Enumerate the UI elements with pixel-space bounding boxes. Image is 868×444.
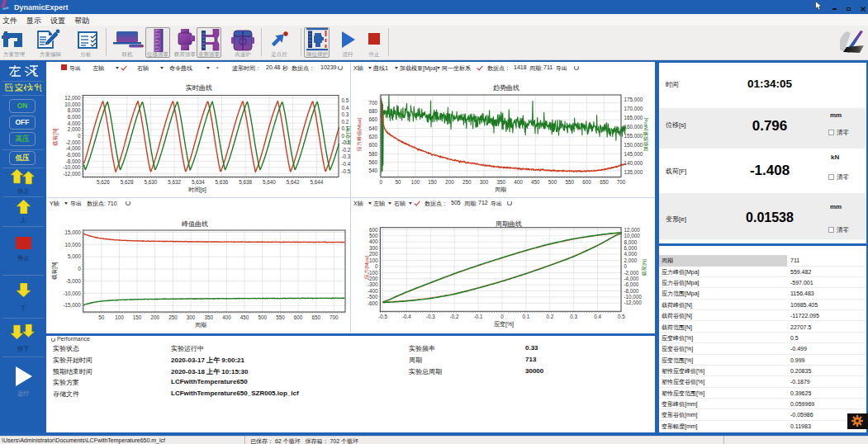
svg-text:135,000: 135,000 bbox=[624, 169, 643, 175]
svg-text:540: 540 bbox=[368, 168, 377, 173]
svg-text:170,000: 170,000 bbox=[624, 106, 643, 111]
svg-text:应变[%]: 应变[%] bbox=[345, 126, 352, 145]
svg-text:加载模量[MPa]: 加载模量[MPa] bbox=[643, 117, 648, 151]
svg-text:100: 100 bbox=[411, 179, 420, 185]
svg-text:0.3: 0.3 bbox=[570, 314, 577, 319]
svg-text:350: 350 bbox=[204, 314, 213, 320]
svg-text:峰值曲线: 峰值曲线 bbox=[182, 220, 208, 228]
svg-text:0: 0 bbox=[380, 179, 383, 185]
svg-text:-0.2: -0.2 bbox=[450, 314, 459, 319]
svg-text:250: 250 bbox=[462, 179, 472, 185]
svg-text:5,000: 5,000 bbox=[68, 253, 81, 259]
svg-text:-10,000: -10,000 bbox=[624, 294, 643, 300]
svg-text:350: 350 bbox=[496, 179, 505, 185]
svg-text:-0.3: -0.3 bbox=[342, 154, 351, 159]
svg-text:400: 400 bbox=[222, 314, 231, 320]
svg-text:175,000: 175,000 bbox=[624, 97, 643, 102]
svg-text:155,000: 155,000 bbox=[624, 133, 643, 139]
svg-text:5,636: 5,636 bbox=[216, 179, 229, 185]
svg-text:100: 100 bbox=[115, 314, 124, 320]
svg-text:160,000: 160,000 bbox=[624, 124, 643, 130]
svg-text:100: 100 bbox=[369, 257, 378, 263]
svg-text:650: 650 bbox=[600, 179, 609, 185]
svg-text:-0.5: -0.5 bbox=[378, 314, 387, 319]
svg-text:150,000: 150,000 bbox=[624, 142, 643, 148]
svg-text:5,634: 5,634 bbox=[192, 179, 205, 185]
svg-text:周期: 周期 bbox=[195, 322, 206, 328]
svg-text:载荷[N]: 载荷[N] bbox=[52, 128, 59, 147]
svg-text:580: 580 bbox=[368, 151, 377, 157]
svg-text:2,000: 2,000 bbox=[68, 126, 81, 132]
svg-text:12,000: 12,000 bbox=[64, 95, 81, 101]
svg-text:-500: -500 bbox=[368, 294, 378, 300]
svg-text:10,000: 10,000 bbox=[624, 233, 641, 239]
svg-text:-5,000: -5,000 bbox=[66, 278, 81, 284]
svg-text:0: 0 bbox=[500, 314, 504, 319]
svg-text:-6,000: -6,000 bbox=[66, 152, 81, 158]
svg-text:-12,000: -12,000 bbox=[624, 300, 643, 305]
svg-text:620: 620 bbox=[368, 134, 377, 139]
svg-text:-15,000: -15,000 bbox=[63, 302, 81, 308]
svg-text:400: 400 bbox=[514, 179, 523, 185]
svg-text:300: 300 bbox=[480, 179, 489, 185]
svg-text:-600: -600 bbox=[368, 300, 378, 306]
svg-text:4,000: 4,000 bbox=[68, 120, 81, 126]
svg-text:400: 400 bbox=[369, 239, 378, 244]
svg-text:300: 300 bbox=[369, 245, 378, 251]
svg-text:-0.3: -0.3 bbox=[426, 314, 435, 319]
svg-text:12,000: 12,000 bbox=[624, 227, 641, 233]
svg-text:550: 550 bbox=[276, 314, 285, 320]
svg-text:-8,000: -8,000 bbox=[624, 288, 639, 294]
svg-text:6,000: 6,000 bbox=[624, 245, 638, 251]
svg-text:700: 700 bbox=[368, 100, 377, 106]
svg-text:-10,000: -10,000 bbox=[63, 290, 81, 296]
svg-text:实时曲线: 实时曲线 bbox=[186, 84, 212, 92]
svg-text:0.5: 0.5 bbox=[618, 314, 625, 319]
svg-text:-300: -300 bbox=[368, 281, 378, 287]
svg-text:0.3: 0.3 bbox=[342, 111, 349, 117]
svg-text:0.1: 0.1 bbox=[523, 314, 530, 319]
svg-text:5,638: 5,638 bbox=[239, 179, 252, 185]
svg-text:-0.4: -0.4 bbox=[342, 161, 351, 167]
svg-text:200: 200 bbox=[445, 179, 454, 185]
svg-text:0: 0 bbox=[78, 266, 81, 272]
svg-text:660: 660 bbox=[368, 116, 377, 122]
svg-text:10,000: 10,000 bbox=[64, 102, 81, 107]
svg-text:-0.2: -0.2 bbox=[342, 147, 351, 153]
svg-text:载荷[N]: 载荷[N] bbox=[51, 262, 58, 281]
svg-text:周期曲线: 周期曲线 bbox=[496, 220, 522, 228]
svg-text:-0.4: -0.4 bbox=[402, 314, 411, 319]
svg-text:50: 50 bbox=[396, 179, 402, 185]
svg-text:-0.1: -0.1 bbox=[474, 314, 483, 319]
svg-text:550: 550 bbox=[566, 179, 575, 185]
svg-text:2,000: 2,000 bbox=[624, 257, 638, 263]
svg-text:应力峰值[Mpa]: 应力峰值[Mpa] bbox=[356, 118, 362, 153]
svg-text:450: 450 bbox=[240, 314, 249, 320]
svg-text:450: 450 bbox=[531, 179, 540, 185]
svg-text:640: 640 bbox=[368, 125, 377, 131]
svg-text:-400: -400 bbox=[368, 288, 378, 294]
svg-text:5,626: 5,626 bbox=[97, 179, 110, 185]
svg-text:-10,000: -10,000 bbox=[63, 164, 81, 170]
svg-text:-6,000: -6,000 bbox=[624, 281, 639, 287]
svg-text:载荷[N]: 载荷[N] bbox=[641, 259, 647, 276]
svg-text:-4,000: -4,000 bbox=[66, 145, 81, 151]
svg-text:5,628: 5,628 bbox=[121, 179, 134, 185]
svg-text:5,632: 5,632 bbox=[168, 179, 181, 185]
svg-text:0: 0 bbox=[78, 133, 81, 139]
svg-text:650: 650 bbox=[311, 314, 320, 320]
svg-text:-0.5: -0.5 bbox=[342, 168, 351, 174]
svg-text:600: 600 bbox=[294, 314, 303, 320]
svg-text:500: 500 bbox=[548, 179, 557, 185]
svg-text:145,000: 145,000 bbox=[624, 151, 643, 157]
svg-text:500: 500 bbox=[369, 233, 378, 239]
svg-text:560: 560 bbox=[368, 159, 377, 165]
svg-text:4,000: 4,000 bbox=[624, 251, 638, 257]
svg-text:150: 150 bbox=[133, 314, 142, 320]
svg-text:150: 150 bbox=[428, 179, 437, 185]
svg-text:-8,000: -8,000 bbox=[66, 158, 81, 164]
svg-text:5,640: 5,640 bbox=[263, 179, 276, 185]
svg-text:300: 300 bbox=[187, 314, 196, 320]
svg-text:趋势曲线: 趋势曲线 bbox=[493, 84, 519, 92]
svg-text:周期: 周期 bbox=[495, 187, 506, 192]
